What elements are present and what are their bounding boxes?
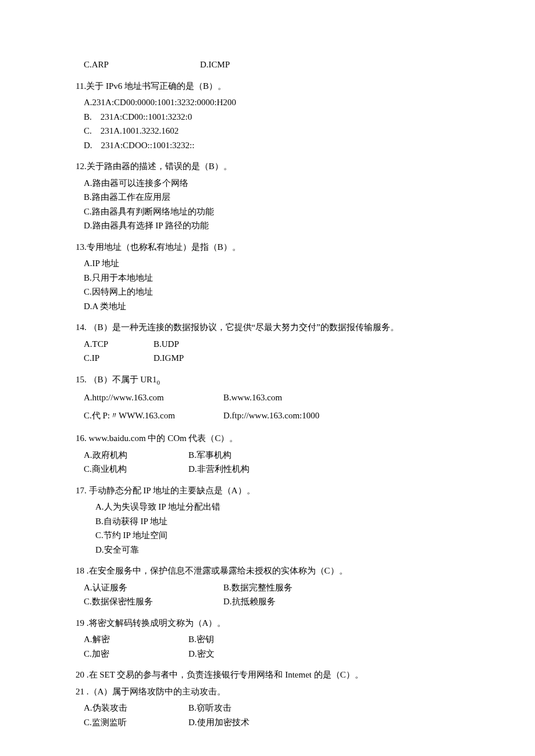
q19-opt-b: B.密钥 bbox=[188, 633, 214, 646]
q17-opt-b: B.自动获得 IP 地址 bbox=[95, 515, 462, 528]
q17-opt-c: C.节约 IP 地址空间 bbox=[95, 529, 462, 542]
q16-opt-d: D.非营利性机构 bbox=[188, 463, 249, 476]
q15-opt-c: C.代 P:〃WWW.163.com bbox=[84, 407, 223, 424]
q18-opt-c: C.数据保密性服务 bbox=[84, 595, 223, 608]
q11-opt-c: C. 231A.1001.3232.1602 bbox=[84, 124, 462, 138]
q21-opt-d: D.使用加密技术 bbox=[188, 716, 249, 729]
q10-opt-d: D.ICMP bbox=[200, 58, 230, 71]
q15-opt-d: D.ftp://www.163.com:1000 bbox=[223, 407, 319, 424]
q18-opt-a: A.认证服务 bbox=[84, 581, 223, 594]
q16: 16. www.baidu.com 中的 COm 代表（C）。 A.政府机构 B… bbox=[76, 432, 462, 476]
q14-opt-c: C.IP bbox=[84, 352, 154, 365]
q19-opt-d: D.密文 bbox=[188, 647, 215, 661]
q19-opt-a: A.解密 bbox=[84, 633, 188, 646]
q16-opt-a: A.政府机构 bbox=[84, 449, 188, 462]
q21-opt-b: B.窃听攻击 bbox=[188, 701, 231, 715]
q14-opt-d: D.IGMP bbox=[154, 352, 184, 365]
q11: 11.关于 IPv6 地址书写正确的是（B）。 A.231A:CD00:0000… bbox=[76, 80, 462, 152]
q21-opt-c: C.监测监听 bbox=[84, 716, 188, 729]
q13-opt-a: A.IP 地址 bbox=[84, 257, 462, 270]
q15-stem-pre: 15. （B）不属于 UR1 bbox=[76, 375, 157, 384]
q20: 20 .在 SET 交易的参与者中，负责连接银行专用网络和 Intemet 的是… bbox=[76, 668, 462, 682]
q15-opt-a: A.http://www.163.com bbox=[84, 389, 223, 406]
q12-stem: 12.关于路由器的描述，错误的是（B）。 bbox=[76, 160, 462, 173]
q17-opt-a: A.人为失误导致 IP 地址分配出错 bbox=[95, 500, 462, 514]
q15-stem: 15. （B）不属于 UR10 bbox=[76, 373, 462, 386]
q17-stem: 17. 手动静态分配 IP 地址的主要缺点是（A）。 bbox=[76, 484, 462, 497]
q13: 13.专用地址（也称私有地址）是指（B）。 A.IP 地址 B.只用于本地地址 … bbox=[76, 241, 462, 313]
q10-opt-c: C.ARP bbox=[84, 58, 200, 71]
q11-opt-a: A.231A:CD00:0000:1001:3232:0000:H200 bbox=[84, 96, 462, 109]
q12-opt-d: D.路由器具有选择 IP 路径的功能 bbox=[84, 219, 462, 232]
q20-stem: 20 .在 SET 交易的参与者中，负责连接银行专用网络和 Intemet 的是… bbox=[76, 668, 462, 682]
q11-stem: 11.关于 IPv6 地址书写正确的是（B）。 bbox=[76, 80, 462, 93]
q12-opt-a: A.路由器可以连接多个网络 bbox=[84, 177, 462, 190]
q15: 15. （B）不属于 UR10 A.http://www.163.com B.w… bbox=[76, 373, 462, 424]
q16-opt-b: B.军事机构 bbox=[188, 449, 231, 462]
q14-opt-b: B.UDP bbox=[154, 338, 179, 351]
q18-stem: 18 .在安全服务中，保护信息不泄露或暴露给未授权的实体称为（C）。 bbox=[76, 564, 462, 578]
q21: 21 .（A）属于网络攻防中的主动攻击。 A.伪装攻击 B.窃听攻击 C.监测监… bbox=[76, 685, 462, 729]
q16-opt-c: C.商业机构 bbox=[84, 463, 188, 476]
q11-opt-b: B. 231A:CD00::1001:3232:0 bbox=[84, 110, 462, 124]
q21-stem: 21 .（A）属于网络攻防中的主动攻击。 bbox=[76, 685, 462, 698]
q21-opt-a: A.伪装攻击 bbox=[84, 701, 188, 715]
q11-opt-d: D. 231A:CDOO::1001:3232:: bbox=[84, 139, 462, 152]
q19-stem: 19 .将密文解码转换成明文称为（A）。 bbox=[76, 617, 462, 630]
q19-opt-c: C.加密 bbox=[84, 647, 188, 661]
q17-opt-d: D.安全可靠 bbox=[95, 543, 462, 557]
q12: 12.关于路由器的描述，错误的是（B）。 A.路由器可以连接多个网络 B.路由器… bbox=[76, 160, 462, 232]
q18-opt-d: D.抗抵赖服务 bbox=[223, 595, 276, 608]
q13-opt-c: C.因特网上的地址 bbox=[84, 285, 462, 299]
q18-opt-b: B.数据完整性服务 bbox=[223, 581, 293, 594]
q14: 14. （B）是一种无连接的数据报协议，它提供“尽最大努力交付”的数据报传输服务… bbox=[76, 321, 462, 365]
q10-tail-options: C.ARP D.ICMP bbox=[76, 58, 462, 71]
q13-opt-d: D.A 类地址 bbox=[84, 300, 462, 313]
q14-opt-a: A.TCP bbox=[84, 338, 154, 351]
q17: 17. 手动静态分配 IP 地址的主要缺点是（A）。 A.人为失误导致 IP 地… bbox=[76, 484, 462, 557]
q13-opt-b: B.只用于本地地址 bbox=[84, 271, 462, 285]
q15-opt-b: B.www.163.com bbox=[223, 389, 282, 406]
q12-opt-c: C.路由器具有判断网络地址的功能 bbox=[84, 205, 462, 218]
q16-stem: 16. www.baidu.com 中的 COm 代表（C）。 bbox=[76, 432, 462, 445]
q13-stem: 13.专用地址（也称私有地址）是指（B）。 bbox=[76, 241, 462, 254]
q18: 18 .在安全服务中，保护信息不泄露或暴露给未授权的实体称为（C）。 A.认证服… bbox=[76, 564, 462, 608]
q19: 19 .将密文解码转换成明文称为（A）。 A.解密 B.密钥 C.加密 D.密文 bbox=[76, 617, 462, 661]
q12-opt-b: B.路由器工作在应用层 bbox=[84, 191, 462, 204]
q14-stem: 14. （B）是一种无连接的数据报协议，它提供“尽最大努力交付”的数据报传输服务… bbox=[76, 321, 462, 334]
